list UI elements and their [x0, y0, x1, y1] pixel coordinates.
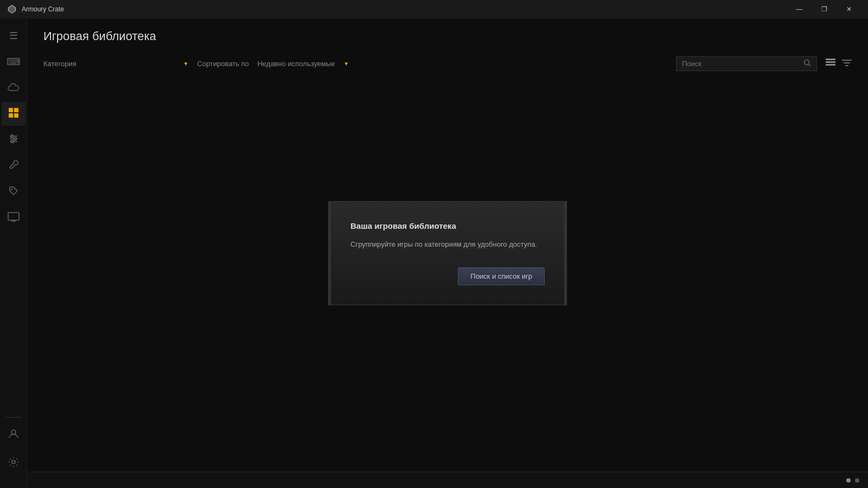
keyboard-icon: ⌨ [7, 56, 21, 68]
sidebar-item-sliders[interactable] [2, 128, 25, 152]
main-content: Игровая библиотека Категория ▼ Сортирова… [27, 18, 868, 488]
close-button[interactable]: ✕ [837, 0, 861, 18]
minimize-button[interactable]: — [787, 0, 812, 18]
title-bar: Armoury Crate — ❐ ✕ [0, 0, 868, 18]
sidebar-item-tools[interactable] [2, 154, 25, 178]
svg-point-8 [14, 137, 16, 140]
sidebar-bottom [2, 414, 25, 483]
dialog-left-bar [329, 202, 331, 305]
svg-rect-0 [9, 108, 13, 112]
dialog-right-bar [564, 202, 566, 305]
profile-icon [8, 428, 19, 442]
dialog-overlay: Ваша игровая библиотека Сгруппируйте игр… [27, 18, 868, 488]
sidebar-item-tag[interactable] [2, 180, 25, 204]
cloud-icon [8, 82, 20, 94]
svg-rect-1 [14, 108, 18, 112]
svg-point-15 [12, 460, 15, 464]
menu-icon: ☰ [9, 30, 18, 42]
window-controls: — ❐ ✕ [787, 0, 861, 18]
sidebar-divider [5, 417, 22, 418]
sidebar-item-settings[interactable] [2, 451, 25, 475]
restore-button[interactable]: ❐ [812, 0, 837, 18]
sidebar: ☰ ⌨ [0, 18, 27, 488]
tag-icon [8, 185, 19, 199]
svg-rect-2 [9, 113, 13, 118]
svg-rect-3 [14, 113, 18, 118]
svg-point-7 [10, 134, 13, 137]
svg-rect-11 [8, 213, 19, 220]
library-icon [8, 107, 20, 121]
app-title: Armoury Crate [22, 5, 787, 13]
svg-point-9 [11, 140, 14, 143]
sidebar-item-profile[interactable] [2, 423, 25, 447]
dialog-description: Сгруппируйте игры по категориям для удоб… [350, 239, 545, 250]
svg-point-10 [11, 188, 12, 190]
svg-point-14 [11, 430, 16, 434]
display-icon [8, 212, 20, 224]
sidebar-item-menu[interactable]: ☰ [2, 24, 25, 48]
gear-icon [8, 457, 19, 470]
dialog: Ваша игровая библиотека Сгруппируйте игр… [328, 201, 567, 305]
find-games-button[interactable]: Поиск и список игр [458, 267, 545, 285]
sidebar-item-keyboard[interactable]: ⌨ [2, 50, 25, 74]
sidebar-item-cloud[interactable] [2, 76, 25, 100]
sidebar-item-display[interactable] [2, 206, 25, 230]
dialog-footer: Поиск и список игр [350, 267, 545, 285]
sidebar-item-library[interactable] [2, 102, 25, 126]
app-logo [7, 4, 17, 15]
sliders-icon [8, 133, 19, 147]
dialog-title: Ваша игровая библиотека [350, 221, 545, 230]
wrench-icon [8, 159, 19, 173]
